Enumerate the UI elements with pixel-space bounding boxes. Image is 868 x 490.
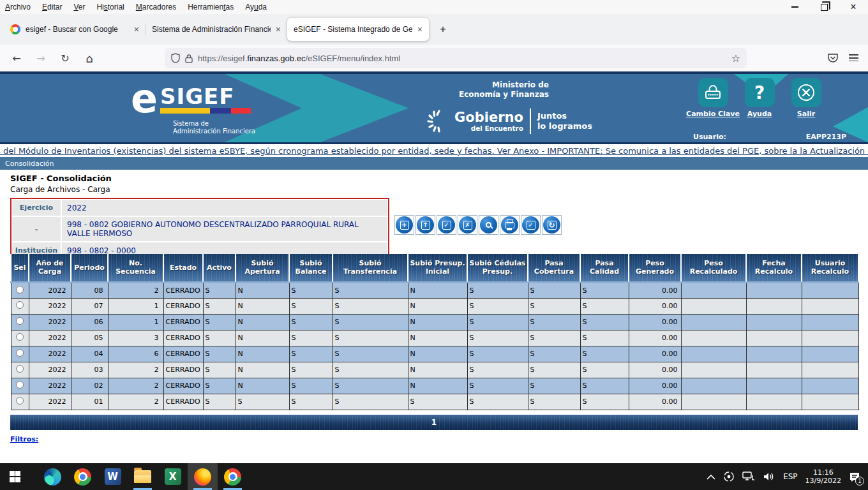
- new-tab-button[interactable]: +: [434, 20, 452, 38]
- col-pasa-cobertura: Pasa Cobertura: [528, 254, 580, 282]
- header-actions: Cambio Clave Ayuda Salir: [693, 78, 826, 118]
- close-icon[interactable]: [839, 0, 868, 14]
- filters-link[interactable]: Filtros:: [10, 435, 38, 443]
- tab-esigef-active[interactable]: eSIGEF - Sistema Integrado de Gesti ×: [287, 18, 429, 41]
- col-sel: Sel: [11, 254, 29, 282]
- row-select-radio[interactable]: [16, 397, 24, 405]
- validate-form-button[interactable]: [437, 215, 456, 235]
- flag-bar: [160, 108, 251, 114]
- bookmark-star-icon[interactable]: [731, 52, 740, 64]
- menu-item[interactable]: Herramientas: [188, 3, 234, 11]
- ayuda-action[interactable]: Ayuda: [740, 78, 779, 118]
- lock-icon[interactable]: [698, 78, 728, 107]
- taskbar-explorer[interactable]: [128, 463, 158, 490]
- menu-item[interactable]: Marcadores: [136, 3, 176, 11]
- language-indicator[interactable]: ESP: [783, 472, 797, 481]
- table-body: 2022 08 2 CERRADO S N S S N S S S 0.00 2…: [11, 282, 858, 410]
- menu-item[interactable]: Ver: [73, 3, 85, 11]
- breadcrumb: Consolidación: [0, 157, 868, 170]
- user-label: Usuario: RLOZADINTEG: [693, 133, 782, 144]
- menu-item[interactable]: Archivo: [5, 3, 31, 11]
- col-secuencia: No. Secuencia: [108, 254, 163, 282]
- cambio-clave-action[interactable]: Cambio Clave: [693, 78, 733, 118]
- taskbar-chrome[interactable]: [68, 463, 98, 490]
- menu-item[interactable]: Historial: [96, 3, 124, 11]
- table-row: 2022 08 2 CERRADO S N S S N S S S 0.00: [11, 282, 858, 298]
- new-record-button[interactable]: [394, 215, 414, 235]
- restore-icon[interactable]: [809, 0, 839, 14]
- lock-icon[interactable]: [185, 54, 193, 63]
- tab-close-icon[interactable]: ×: [134, 25, 139, 34]
- tab-sistema-admin[interactable]: Sistema de Administración Financie ×: [146, 18, 287, 41]
- taskbar-edge[interactable]: [38, 463, 68, 490]
- row-select-radio[interactable]: [16, 286, 24, 293]
- col-subio-transferencia: Subió Transferencia: [333, 254, 408, 282]
- forward-button[interactable]: [33, 50, 49, 66]
- starburst-icon: [426, 107, 452, 135]
- excel-icon: X: [165, 468, 181, 485]
- row-select-radio[interactable]: [16, 333, 24, 341]
- teams-icon[interactable]: [723, 471, 735, 482]
- query-refresh-button[interactable]: [542, 215, 562, 235]
- taskbar-word[interactable]: W: [98, 463, 128, 490]
- row-select-radio[interactable]: [16, 349, 24, 357]
- action-center[interactable]: 1: [849, 471, 860, 482]
- taskbar-excel[interactable]: X: [158, 463, 188, 490]
- firefox-icon: [194, 468, 211, 486]
- row-select-radio[interactable]: [16, 301, 24, 309]
- save-upload-icon: [421, 221, 430, 230]
- start-button[interactable]: [0, 463, 30, 490]
- screen: Archivo Editar Ver Historial Marcadores …: [0, 0, 868, 490]
- url-bar[interactable]: https://esigef.finanzas.gob.ec/eSIGEF/me…: [165, 48, 747, 68]
- browser-tabbar: esigef - Buscar con Google × Sistema de …: [0, 14, 868, 45]
- logo-e-mark: e: [131, 80, 158, 117]
- pocket-icon[interactable]: [827, 52, 839, 64]
- clock[interactable]: 11:16 13/9/2022: [805, 468, 841, 485]
- tab-close-icon[interactable]: ×: [417, 25, 423, 34]
- shield-icon[interactable]: [171, 53, 180, 63]
- print-button[interactable]: [500, 215, 520, 235]
- system-tray: ESP 11:16 13/9/2022 1: [707, 463, 868, 490]
- print-icon: [505, 222, 514, 228]
- preview-button[interactable]: [479, 215, 498, 235]
- tab-label: eSIGEF - Sistema Integrado de Gesti: [294, 25, 412, 34]
- volume-icon[interactable]: [763, 471, 775, 482]
- tab-google-search[interactable]: esigef - Buscar con Google ×: [4, 18, 146, 41]
- taskbar-firefox[interactable]: [188, 463, 218, 490]
- question-icon[interactable]: [745, 78, 775, 107]
- col-fecha-recalculo: Fecha Recalculo: [746, 254, 802, 282]
- page-number[interactable]: 1: [431, 418, 437, 427]
- tab-close-icon[interactable]: ×: [276, 25, 281, 34]
- tab-label: esigef - Buscar con Google: [26, 25, 129, 34]
- row-select-radio[interactable]: [16, 365, 24, 373]
- menu-item[interactable]: Ayuda: [245, 3, 267, 11]
- back-button[interactable]: [9, 50, 24, 66]
- query-refresh-icon: [548, 221, 557, 230]
- col-peso-generado: Peso Generado: [629, 254, 681, 282]
- home-button[interactable]: [82, 50, 97, 66]
- salir-action[interactable]: Salir: [786, 78, 826, 118]
- browser-navbar: https://esigef.finanzas.gob.ec/eSIGEF/me…: [0, 45, 868, 71]
- taskbar-chrome-2[interactable]: [218, 463, 248, 490]
- delete-record-button[interactable]: [458, 215, 477, 235]
- exit-icon[interactable]: [791, 78, 821, 107]
- notice-ticker[interactable]: es del Módulo de Inventarios (existencia…: [0, 144, 868, 157]
- save-upload-button[interactable]: [415, 215, 435, 235]
- row-select-radio[interactable]: [16, 317, 24, 325]
- reload-button[interactable]: [57, 50, 73, 66]
- col-subio-presup-inicial: Subió Presup. Inicial: [408, 254, 467, 282]
- google-favicon-icon: [10, 24, 20, 34]
- network-icon[interactable]: [742, 471, 755, 482]
- menu-hamburger-icon[interactable]: [849, 52, 858, 63]
- confirm-button[interactable]: [521, 215, 541, 235]
- row-select-radio[interactable]: [16, 381, 24, 389]
- gobierno-slogan: Juntos lo logramos: [537, 111, 592, 131]
- tray-expand-icon[interactable]: [707, 474, 715, 480]
- form-row-entidad: - 998 - 0802 GOBIERNO AUTONOMO DESCENTRA…: [12, 217, 387, 241]
- menu-item[interactable]: Editar: [42, 3, 62, 11]
- word-icon: W: [105, 468, 121, 485]
- tab-label: Sistema de Administración Financie: [152, 25, 271, 34]
- windows-logo-icon: [10, 471, 21, 482]
- minimize-icon[interactable]: [780, 0, 809, 14]
- table-row: 2022 02 2 CERRADO S N S S N S S S 0.00: [11, 378, 858, 394]
